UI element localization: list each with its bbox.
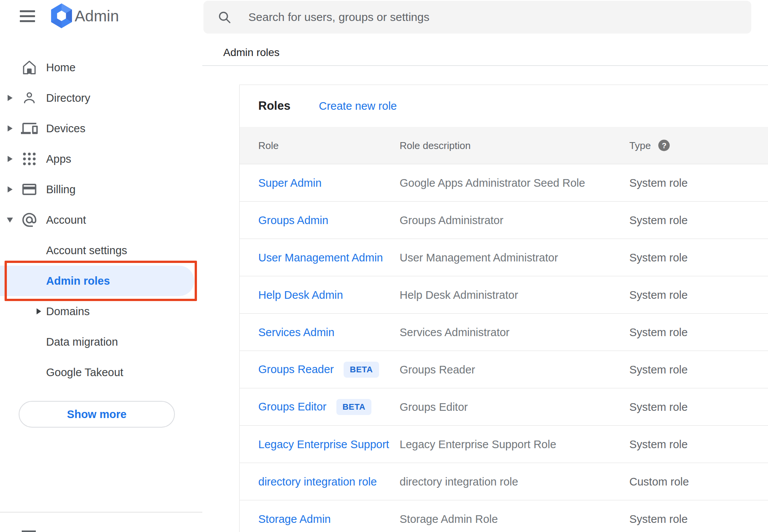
role-cell: Help Desk Admin <box>258 288 343 301</box>
role-cell: Storage Admin <box>258 513 331 525</box>
role-cell: Groups Admin <box>258 214 328 226</box>
clipped-bottom-icon <box>22 530 36 532</box>
role-type-cell: System role <box>629 363 688 376</box>
role-link[interactable]: Storage Admin <box>258 513 331 525</box>
sidebar-item-label: Data migration <box>46 336 118 348</box>
table-row: Groups Admin Groups Administrator System… <box>240 202 768 239</box>
search-icon <box>217 10 232 24</box>
sidebar-item-account-settings[interactable]: Account settings <box>0 235 202 266</box>
show-more-button[interactable]: Show more <box>19 401 175 428</box>
role-link[interactable]: User Management Admin <box>258 251 383 264</box>
sidebar-item-label: Directory <box>46 92 90 104</box>
sidebar-item-label: Devices <box>46 122 85 135</box>
roles-card-header: Roles Create new role <box>240 85 768 127</box>
home-icon <box>21 59 38 76</box>
sidebar-item-admin-roles[interactable]: Admin roles <box>0 266 194 296</box>
expand-caret-icon[interactable] <box>6 125 14 131</box>
role-type-cell: System role <box>629 251 688 264</box>
role-description-cell: Legacy Enterprise Support Role <box>400 438 556 450</box>
role-link[interactable]: Legacy Enterprise Support <box>258 438 389 450</box>
sidebar-item-domains[interactable]: Domains <box>0 296 202 327</box>
table-row: Groups Reader BETA Groups Reader System … <box>240 351 768 388</box>
sidebar-divider <box>0 512 202 513</box>
table-row: Legacy Enterprise Support Legacy Enterpr… <box>240 426 768 463</box>
sidebar-item-label: Domains <box>46 305 90 318</box>
column-header-description: Role description <box>400 139 470 151</box>
sidebar-item-google-takeout[interactable]: Google Takeout <box>0 357 202 388</box>
column-header-type-label: Type <box>629 139 651 151</box>
role-description-cell: Groups Editor <box>400 401 468 413</box>
role-cell: directory integration role <box>258 475 377 488</box>
expand-caret-icon[interactable] <box>6 186 14 192</box>
sidebar-item-data-migration[interactable]: Data migration <box>0 327 202 357</box>
sidebar-item-billing[interactable]: Billing <box>0 174 202 205</box>
beta-badge: BETA <box>336 399 371 415</box>
header-divider <box>202 65 768 66</box>
role-type-cell: System role <box>629 326 688 338</box>
sidebar-item-apps[interactable]: Apps <box>0 144 202 174</box>
role-description-cell: Groups Administrator <box>400 214 503 226</box>
brand-title: Admin <box>75 0 119 32</box>
sidebar-item-account[interactable]: Account <box>0 205 202 235</box>
role-description-cell: User Management Administrator <box>400 251 558 264</box>
expand-caret-icon[interactable] <box>6 156 14 162</box>
sidebar-item-devices[interactable]: Devices <box>0 113 202 144</box>
column-header-role: Role <box>258 139 278 151</box>
sidebar-nav: Home Directory Devices <box>0 52 202 388</box>
role-link[interactable]: Services Admin <box>258 326 334 338</box>
sidebar-item-label: Home <box>46 61 75 74</box>
role-link[interactable]: Groups Editor <box>258 401 326 413</box>
role-description-cell: Groups Reader <box>400 363 475 376</box>
table-row: User Management Admin User Management Ad… <box>240 239 768 276</box>
role-type-cell: System role <box>629 214 688 226</box>
search-input[interactable]: Search for users, groups or settings <box>203 1 751 34</box>
role-type-cell: Custom role <box>629 475 689 488</box>
help-icon[interactable]: ? <box>658 140 670 151</box>
role-type-cell: System role <box>629 401 688 413</box>
person-icon <box>21 90 38 106</box>
role-cell: Super Admin <box>258 176 322 189</box>
roles-title: Roles <box>258 99 290 113</box>
table-row: Services Admin Services Administrator Sy… <box>240 314 768 351</box>
search-placeholder: Search for users, groups or settings <box>248 11 429 24</box>
admin-logo-icon <box>49 3 74 29</box>
role-type-cell: System role <box>629 513 688 525</box>
role-description-cell: Help Desk Administrator <box>400 288 518 301</box>
expand-caret-icon[interactable] <box>6 95 14 101</box>
table-row: Storage Admin Storage Admin Role System … <box>240 500 768 532</box>
role-link[interactable]: Groups Reader <box>258 363 334 376</box>
billing-card-icon <box>21 181 38 198</box>
expand-caret-icon[interactable] <box>37 308 41 314</box>
role-link[interactable]: directory integration role <box>258 475 377 488</box>
column-header-type: Type ? <box>629 139 670 151</box>
beta-badge: BETA <box>344 362 379 378</box>
sidebar-item-label: Account <box>46 214 86 226</box>
sidebar-item-directory[interactable]: Directory <box>0 83 202 113</box>
role-link[interactable]: Super Admin <box>258 176 322 189</box>
sidebar-item-label: Account settings <box>46 244 127 257</box>
table-row: directory integration role directory int… <box>240 463 768 500</box>
collapse-caret-icon[interactable] <box>6 218 14 223</box>
role-cell: Services Admin <box>258 326 334 338</box>
table-row: Groups Editor BETA Groups Editor System … <box>240 388 768 426</box>
table-row: Super Admin Google Apps Administrator Se… <box>240 164 768 202</box>
sidebar: Admin Home Directory <box>0 0 202 532</box>
role-cell: User Management Admin <box>258 251 383 264</box>
at-sign-icon <box>21 212 38 228</box>
role-description-cell: Services Administrator <box>400 326 510 338</box>
sidebar-item-label: Billing <box>46 183 75 196</box>
role-type-cell: System role <box>629 438 688 450</box>
role-cell: Groups Reader BETA <box>258 362 379 378</box>
role-description-cell: Google Apps Administrator Seed Role <box>400 176 585 189</box>
role-description-cell: directory integration role <box>400 475 518 488</box>
role-link[interactable]: Groups Admin <box>258 214 328 226</box>
roles-card: Roles Create new role Role Role descript… <box>239 85 768 532</box>
create-new-role-link[interactable]: Create new role <box>319 100 397 112</box>
devices-icon <box>21 120 38 137</box>
role-description-cell: Storage Admin Role <box>400 513 498 525</box>
roles-table-body: Super Admin Google Apps Administrator Se… <box>240 164 768 532</box>
hamburger-menu-icon[interactable] <box>20 10 35 22</box>
sidebar-item-home[interactable]: Home <box>0 52 202 83</box>
table-header-row: Role Role description Type ? <box>240 127 768 164</box>
role-link[interactable]: Help Desk Admin <box>258 288 343 301</box>
